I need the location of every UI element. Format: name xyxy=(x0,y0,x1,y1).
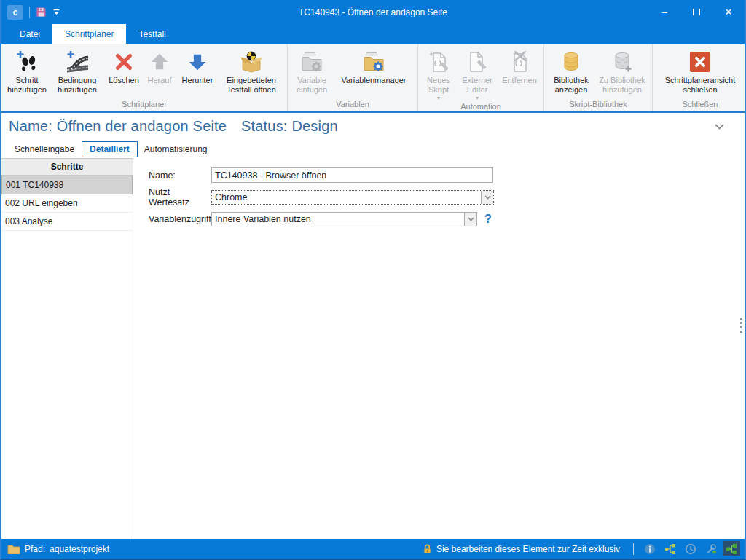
dropdown-caret-icon: ▾ xyxy=(437,95,440,100)
button-label: Neues Skript xyxy=(423,76,454,95)
tab-detailliert[interactable]: Detailliert xyxy=(82,141,138,157)
up-arrow-icon xyxy=(149,49,170,75)
button-label: Schrittplaneransicht schließen xyxy=(658,76,742,95)
close-button[interactable]: ✕ xyxy=(712,0,745,24)
external-editor-button: Externer Editor ▾ xyxy=(456,47,498,100)
steps-panel-header: Schritte xyxy=(1,158,133,176)
ribbon-tab-row: Datei Schrittplaner Testfall xyxy=(1,24,745,44)
dropdown-caret-icon: ▾ xyxy=(476,95,479,100)
button-label: Herauf xyxy=(147,76,171,85)
document-pencil-icon xyxy=(466,49,489,75)
view-tabs: Schnelleingabe Detailliert Automatisieru… xyxy=(1,140,745,158)
maximize-button[interactable] xyxy=(680,0,712,24)
name-input[interactable] xyxy=(211,167,493,183)
ribbon-group-schliessen: Schrittplaneransicht schließen Schließen xyxy=(653,44,746,111)
remove-script-button: Entfernen xyxy=(498,47,541,85)
new-script-button: Neues Skript ▾ xyxy=(421,47,456,100)
database-icon xyxy=(560,49,583,75)
statusbar: Pfad: aquatestprojekt Sie bearbeiten die… xyxy=(1,539,745,559)
show-library-button[interactable]: Bibliothek anzeigen xyxy=(547,47,595,95)
workflow-icon[interactable] xyxy=(723,541,740,556)
wertesatz-selected-value: Chrome xyxy=(212,191,481,204)
move-down-button[interactable]: Herunter xyxy=(176,47,219,85)
folder-gear-disabled-icon xyxy=(300,49,323,75)
pfad-value: aquatestprojekt xyxy=(50,544,109,554)
doc-status-value: Design xyxy=(291,118,337,134)
ribbon: Schritt hinzufügen Bedingung hinzufügen xyxy=(1,44,745,113)
button-label: Zu Bibliothek hinzufügen xyxy=(597,76,647,95)
step-list-item[interactable]: 001 TC140938 xyxy=(1,176,133,194)
folder-gear-icon xyxy=(362,49,385,75)
insert-variable-button: Variable einfügen xyxy=(291,47,333,95)
lock-icon xyxy=(423,543,432,555)
chevron-down-icon[interactable] xyxy=(481,191,493,204)
history-clock-icon[interactable] xyxy=(682,541,699,556)
app-logo-icon[interactable]: c xyxy=(7,5,23,20)
info-icon[interactable] xyxy=(641,541,659,556)
ribbon-group-variablen: Variable einfügen Variablenmanager Varia… xyxy=(288,44,418,111)
content-area: Schritte 001 TC140938 002 URL eingeben 0… xyxy=(1,158,745,539)
wertesatz-field-label: Nutzt Wertesatz xyxy=(149,187,211,208)
statusbar-divider xyxy=(633,543,634,555)
variablenzugriff-dropdown[interactable]: Innere Variablen nutzen xyxy=(211,212,477,226)
delete-button[interactable]: Löschen xyxy=(105,47,143,85)
junction-plus-icon xyxy=(66,49,89,75)
name-field-label: Name: xyxy=(149,170,211,181)
move-up-button: Herauf xyxy=(143,47,176,85)
minimize-button[interactable]: – xyxy=(648,0,680,24)
button-label: Bibliothek anzeigen xyxy=(549,76,593,95)
variable-manager-button[interactable]: Variablenmanager xyxy=(333,47,415,85)
folder-icon xyxy=(7,544,20,554)
add-to-library-button: Zu Bibliothek hinzufügen xyxy=(595,47,649,95)
tab-testfall[interactable]: Testfall xyxy=(126,24,178,44)
add-step-button[interactable]: Schritt hinzufügen xyxy=(4,47,50,95)
button-label: Bedingung hinzufügen xyxy=(52,76,103,95)
dependencies-icon[interactable] xyxy=(702,541,720,556)
chevron-down-icon[interactable] xyxy=(464,213,476,226)
tab-automatisierung[interactable]: Automatisierung xyxy=(137,142,215,157)
help-icon[interactable]: ? xyxy=(484,213,492,226)
group-label-schrittplaner: Schrittplaner xyxy=(3,98,286,111)
document-header: Name: Öffnen der andagon Seite Status: D… xyxy=(1,113,745,140)
window-title: TC140943 - Öffnen der andagon Seite xyxy=(1,7,745,17)
wertesatz-dropdown[interactable]: Chrome xyxy=(211,190,494,205)
button-label: Eingebetteten Testfall öffnen xyxy=(221,76,282,95)
collapse-chevron-icon[interactable] xyxy=(715,124,724,130)
database-plus-disabled-icon xyxy=(610,49,634,75)
red-x-icon xyxy=(113,49,135,75)
footprints-plus-icon xyxy=(15,49,39,75)
open-embedded-testcase-button[interactable]: Eingebetteten Testfall öffnen xyxy=(219,47,284,95)
step-detail-form: Name: Nutzt Wertesatz Chrome Variablenzu… xyxy=(133,158,745,539)
button-label: Löschen xyxy=(109,76,139,85)
ribbon-group-schrittplaner: Schritt hinzufügen Bedingung hinzufügen xyxy=(1,44,288,111)
quick-access-dropdown-icon[interactable] xyxy=(52,9,60,15)
titlebar-divider xyxy=(29,7,30,18)
close-stepplanner-view-button[interactable]: Schrittplaneransicht schließen xyxy=(656,47,745,95)
close-x-square-icon xyxy=(689,49,711,75)
variablenzugriff-selected-value: Innere Variablen nutzen xyxy=(212,213,464,226)
add-condition-button[interactable]: Bedingung hinzufügen xyxy=(50,47,105,95)
tab-schrittplaner[interactable]: Schrittplaner xyxy=(52,24,126,44)
hierarchy-icon[interactable] xyxy=(661,541,679,556)
tab-schnelleingabe[interactable]: Schnelleingabe xyxy=(7,142,82,157)
ribbon-group-skript-bibliothek: Bibliothek anzeigen Zu Bibliothek hinzuf… xyxy=(544,44,653,111)
group-label-schliessen: Schließen xyxy=(654,98,746,111)
app-window: TC140943 - Öffnen der andagon Seite c – … xyxy=(0,0,746,560)
doc-name-value: Öffnen der andagon Seite xyxy=(57,118,227,134)
pfad-label: Pfad: xyxy=(25,544,45,554)
group-label-skript-bibliothek: Skript-Bibliothek xyxy=(546,98,651,111)
splitter-grip[interactable] xyxy=(740,318,742,333)
button-label: Variablenmanager xyxy=(341,76,406,85)
tab-datei[interactable]: Datei xyxy=(7,24,52,44)
button-label: Variable einfügen xyxy=(293,76,331,95)
doc-name-label: Name: xyxy=(9,118,52,134)
button-label: Externer Editor xyxy=(458,76,496,95)
save-icon[interactable] xyxy=(36,7,47,17)
document-title: Name: Öffnen der andagon Seite Status: D… xyxy=(9,118,338,135)
doc-status-label: Status: xyxy=(241,118,288,134)
titlebar: TC140943 - Öffnen der andagon Seite c – … xyxy=(1,0,745,24)
exclusive-edit-message: Sie bearbeiten dieses Element zur Zeit e… xyxy=(436,544,620,554)
step-list-item[interactable]: 002 URL eingeben xyxy=(1,194,133,213)
step-list-item[interactable]: 003 Analyse xyxy=(1,213,133,231)
script-new-icon xyxy=(427,49,450,75)
